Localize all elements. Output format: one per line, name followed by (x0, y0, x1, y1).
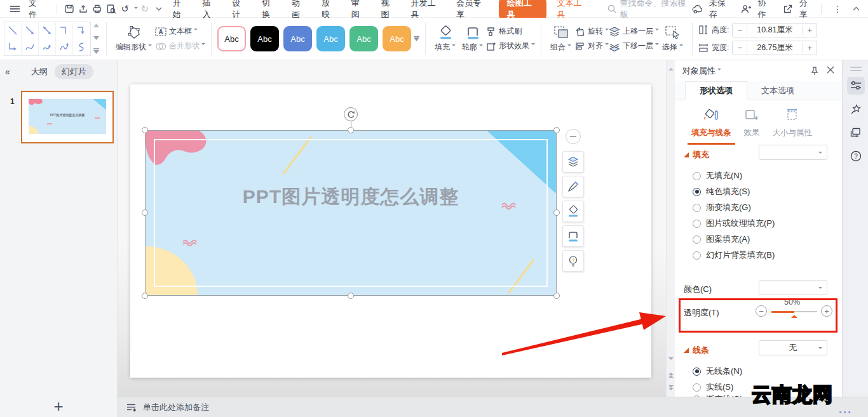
line-option-solid[interactable]: 实线(S) (693, 381, 733, 394)
panel-title[interactable]: 对象属性 (682, 65, 721, 77)
customize-toolbar-icon[interactable] (152, 1, 166, 17)
notes-placeholder[interactable]: 单击此处添加备注 (143, 402, 209, 413)
resize-handle-se[interactable] (553, 293, 560, 299)
tab-insert[interactable]: 插入 (196, 0, 226, 18)
align-button[interactable]: 对齐 (574, 41, 609, 51)
resize-handle-s[interactable] (348, 293, 354, 299)
shape-preset[interactable] (56, 39, 73, 55)
cloud-unsaved-icon[interactable] (691, 1, 705, 17)
group-button[interactable]: 组合 (547, 25, 574, 53)
more-options-icon[interactable]: ⋮ (829, 4, 846, 14)
edit-shape-button[interactable]: 编辑形状 (112, 25, 155, 53)
tab-design[interactable]: 设计 (225, 0, 255, 18)
share-label[interactable]: 分享 (799, 0, 813, 20)
fill-option-gradient[interactable]: 渐变填充(G) (693, 201, 751, 214)
shape-style-swatch[interactable]: Abc (349, 26, 378, 51)
help-icon[interactable]: ? (847, 147, 865, 165)
shape-style-swatch[interactable]: Abc (383, 26, 411, 51)
smart-suggest-button[interactable] (562, 250, 584, 272)
subtab-size-properties[interactable]: 大小与属性 (768, 108, 818, 145)
tab-developer[interactable]: 开发工具 (403, 0, 449, 18)
scroll-up-icon[interactable] (668, 65, 674, 70)
slide-canvas[interactable]: PPT图片透明度怎么调整 (118, 60, 666, 397)
send-backward-button[interactable]: 下移一层 (609, 41, 659, 51)
fill-section-expand-icon[interactable] (684, 152, 689, 157)
fill-section-title[interactable]: 填充 (693, 149, 709, 161)
fill-option-none[interactable]: 无填充(N) (693, 169, 742, 182)
add-slide-button[interactable]: + (0, 397, 117, 416)
notes-bar[interactable]: 单击此处添加备注 (118, 397, 868, 417)
width-increase-button[interactable]: + (802, 43, 817, 53)
collaborate-icon[interactable] (739, 1, 753, 17)
print-preview-icon[interactable] (104, 1, 118, 17)
slide-title-text[interactable]: PPT图片透明度怎么调整 (146, 184, 556, 210)
shape-preset[interactable] (22, 22, 39, 39)
gallery-scroll-down-icon[interactable] (93, 36, 99, 40)
canvas-scrollbar[interactable] (666, 60, 675, 397)
tab-slides[interactable]: 幻灯片 (55, 64, 93, 79)
tab-transition[interactable]: 切换 (255, 0, 285, 18)
gallery-scroll-up-icon[interactable] (93, 23, 99, 27)
width-value[interactable]: 26.75厘米 (747, 43, 802, 53)
fill-option-picture[interactable]: 图片或纹理填充(P) (693, 217, 775, 230)
line-section-title[interactable]: 线条 (693, 345, 709, 356)
command-search[interactable]: 查找命令、搜索模板 (607, 0, 691, 20)
shape-effects-button[interactable]: 形状效果 (486, 41, 535, 51)
transparency-slider-thumb[interactable] (791, 312, 797, 318)
pin-icon[interactable] (810, 66, 819, 76)
text-box-button[interactable]: A 文本框 (155, 26, 205, 37)
transparency-increase-button[interactable]: + (821, 305, 832, 317)
color-dropdown[interactable] (759, 280, 827, 295)
tab-review[interactable]: 审阅 (344, 0, 374, 18)
rotate-button[interactable]: 旋转 (574, 26, 609, 37)
next-slide-icon2[interactable] (668, 388, 674, 393)
collapse-quick-toolbar-button[interactable] (566, 129, 581, 144)
tab-home[interactable]: 开始 (166, 0, 196, 18)
outline-color-button[interactable] (562, 225, 584, 247)
subtab-effects[interactable]: 效果 (739, 108, 765, 145)
slide-thumbnail[interactable]: PPT图片透明度怎么调整 (21, 91, 114, 143)
outline-button[interactable]: 轮廓 (459, 25, 486, 53)
close-panel-icon[interactable] (827, 66, 834, 74)
line-dropdown[interactable]: 无 (759, 340, 827, 355)
collapse-ribbon-icon[interactable] (849, 1, 863, 17)
share-icon[interactable] (781, 1, 795, 17)
fill-option-background[interactable]: 幻灯片背景填充(B) (693, 249, 775, 261)
selected-image-shape[interactable]: PPT图片透明度怎么调整 (145, 130, 557, 296)
resize-handle-e[interactable] (553, 209, 560, 216)
line-option-none[interactable]: 无线条(N) (693, 365, 742, 378)
resize-handle-nw[interactable] (142, 127, 148, 133)
smart-beautify-icon[interactable] (847, 100, 865, 118)
bring-forward-button[interactable]: 上移一层 (609, 26, 659, 37)
tab-slideshow[interactable]: 放映 (315, 0, 344, 18)
hamburger-menu-icon[interactable] (8, 1, 22, 17)
fill-option-pattern[interactable]: 图案填充(A) (693, 233, 750, 246)
fill-preset-dropdown[interactable] (759, 145, 827, 160)
shape-preset[interactable] (4, 22, 22, 39)
fill-option-solid[interactable]: 纯色填充(S) (693, 185, 750, 198)
gallery-more-icon[interactable] (93, 48, 99, 54)
collapse-panel-icon[interactable]: « (5, 67, 10, 77)
print-icon[interactable] (90, 1, 104, 17)
tab-text-tools[interactable]: 文本工具 (550, 0, 595, 20)
resize-handle-n[interactable] (348, 127, 354, 133)
shape-preset[interactable] (4, 39, 22, 55)
style-gallery-more-icon[interactable] (414, 36, 419, 42)
shape-preset[interactable] (39, 22, 56, 39)
shape-preset[interactable] (22, 39, 39, 55)
width-decrease-button[interactable]: − (733, 43, 747, 53)
export-icon[interactable] (76, 1, 90, 17)
height-decrease-button[interactable]: − (733, 25, 747, 35)
save-icon[interactable] (62, 1, 76, 17)
panel-drag-handle[interactable] (850, 67, 862, 71)
select-button[interactable]: 选择 (659, 25, 686, 53)
resize-handle-ne[interactable] (553, 127, 560, 133)
layer-options-button[interactable] (562, 151, 584, 173)
subtab-fill-and-line[interactable]: 填充与线条 (686, 108, 736, 145)
resize-handle-w[interactable] (142, 209, 148, 216)
tab-text-options[interactable]: 文本选项 (747, 81, 808, 100)
slide-editing-area[interactable]: PPT图片透明度怎么调整 (130, 84, 651, 378)
shape-preset[interactable] (56, 22, 73, 39)
tab-view[interactable]: 视图 (374, 0, 404, 18)
transparency-decrease-button[interactable]: − (756, 305, 767, 317)
